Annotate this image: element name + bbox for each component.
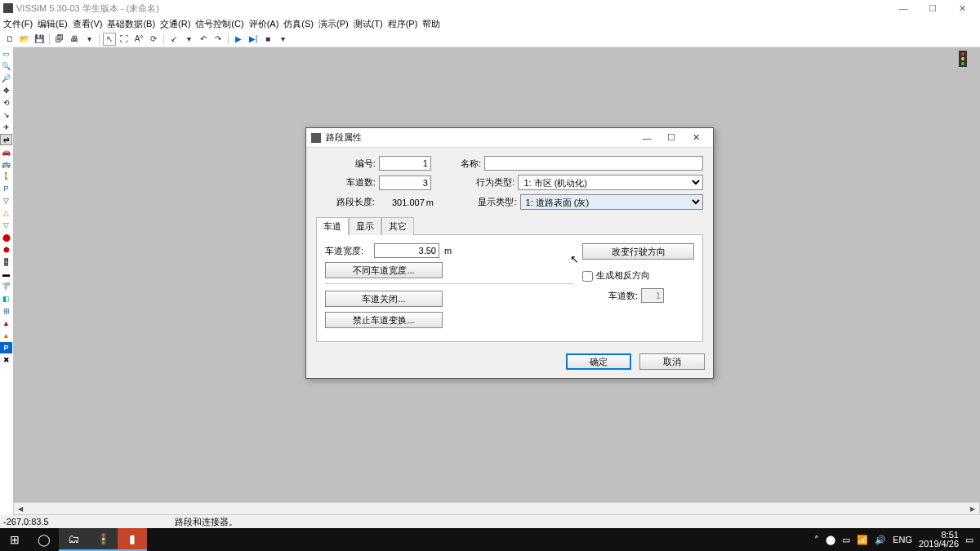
explorer-button[interactable]: 🗂: [59, 528, 88, 551]
dialog-minimize-button[interactable]: —: [635, 133, 659, 143]
tray-up-icon[interactable]: ˄: [814, 535, 819, 545]
btn-forbid-change[interactable]: 禁止车道变换...: [325, 312, 443, 328]
btn-lane-close[interactable]: 车道关闭...: [325, 291, 443, 307]
dialog-title-text: 路段属性: [326, 131, 362, 144]
ltool-zoomin-icon[interactable]: 🔍: [0, 60, 12, 72]
select-display[interactable]: 1: 道路表面 (灰): [520, 194, 703, 210]
stop-icon[interactable]: ■: [261, 33, 274, 46]
ltool-busstop-icon[interactable]: 🚏: [0, 281, 12, 292]
status-hint: 路段和连接器。: [175, 516, 238, 528]
maximize-button[interactable]: ☐: [918, 1, 947, 16]
tray-notif-icon[interactable]: ▭: [965, 535, 973, 545]
check-gen-opposite[interactable]: 生成相反方向: [582, 270, 650, 280]
print-icon[interactable]: 🖶: [68, 33, 81, 46]
tool-dropdown3-icon[interactable]: ▾: [276, 33, 289, 46]
tab-lane[interactable]: 车道: [316, 217, 349, 235]
text-icon[interactable]: A°: [132, 33, 145, 46]
scroll-right-icon[interactable]: ▶: [966, 503, 979, 514]
ok-button[interactable]: 确定: [566, 353, 631, 370]
tray-battery-icon[interactable]: ▭: [842, 535, 850, 545]
select-behavior[interactable]: 1: 市区 (机动化): [518, 175, 703, 190]
tray-clock[interactable]: 8:512019/4/26: [919, 531, 959, 549]
ltool-node-icon[interactable]: ✖: [0, 354, 12, 366]
minimize-button[interactable]: —: [889, 1, 918, 16]
menu-file[interactable]: 文件(F): [3, 18, 33, 30]
zoom-fit-icon[interactable]: ⛶: [118, 33, 131, 46]
play-icon[interactable]: ▶: [232, 33, 245, 46]
start-button[interactable]: ⊞: [0, 528, 29, 551]
input-lanewidth[interactable]: [374, 243, 439, 258]
ltool-measure-icon[interactable]: ↘: [0, 109, 12, 121]
input-lanes[interactable]: [379, 176, 431, 190]
menu-signal[interactable]: 信号控制(C): [195, 18, 243, 30]
tab-other[interactable]: 其它: [381, 217, 414, 235]
ltool-yield1-icon[interactable]: ▽: [0, 195, 12, 207]
undo-icon[interactable]: ↶: [197, 33, 210, 46]
vissim-task-button[interactable]: 🚦: [88, 528, 118, 551]
menu-sim[interactable]: 仿真(S): [283, 18, 314, 30]
tool-dropdown2-icon[interactable]: ▾: [182, 33, 195, 46]
menu-test[interactable]: 测试(T): [354, 18, 383, 30]
btn-diff-lanewidth[interactable]: 不同车道宽度...: [325, 262, 443, 278]
ltool-zoomout-icon[interactable]: 🔎: [0, 73, 12, 84]
menu-prog[interactable]: 程序(P): [388, 18, 418, 30]
input-name[interactable]: [484, 156, 703, 171]
new-icon[interactable]: 🗋: [3, 33, 16, 46]
open-icon[interactable]: 📂: [18, 33, 31, 46]
redo-icon[interactable]: ↷: [212, 33, 225, 46]
ltool-parking-icon[interactable]: P: [0, 183, 12, 194]
tool-dropdown-icon[interactable]: ▾: [82, 33, 96, 46]
menu-demo[interactable]: 演示(P): [318, 18, 349, 30]
scroll-left-icon[interactable]: ◀: [14, 503, 27, 514]
menu-eval[interactable]: 评价(A): [249, 18, 279, 30]
copy-icon[interactable]: 🗐: [53, 33, 66, 46]
tray-ime[interactable]: ENG: [893, 535, 912, 544]
dialog-maximize-button[interactable]: ☐: [659, 132, 684, 143]
status-coord: -267.0:83.5: [3, 517, 175, 527]
tray-wifi-icon[interactable]: 📶: [857, 535, 868, 545]
menu-edit[interactable]: 编辑(E): [38, 18, 68, 30]
label-lanecount2: 车道数:: [582, 290, 641, 302]
tray-wechat-icon[interactable]: ⬤: [826, 535, 835, 545]
input-id[interactable]: [379, 156, 431, 171]
menu-view[interactable]: 查看(V): [73, 18, 103, 30]
menu-help[interactable]: 帮助: [422, 18, 440, 30]
ltool-yield2-icon[interactable]: △: [0, 207, 12, 219]
ltool-pan-icon[interactable]: ✥: [0, 85, 12, 96]
select-icon[interactable]: ↖: [103, 33, 116, 46]
ltool-detector2-icon[interactable]: ◧: [0, 293, 12, 304]
ltool-bus-icon[interactable]: 🚌: [0, 158, 12, 170]
save-icon[interactable]: 💾: [33, 33, 46, 46]
ltool-rotate-icon[interactable]: ⟲: [0, 97, 12, 109]
measure-icon[interactable]: ↙: [167, 33, 180, 46]
system-tray[interactable]: ˄ ⬤ ▭ 📶 🔊 ENG 8:512019/4/26 ▭: [814, 531, 980, 549]
cancel-button[interactable]: 取消: [639, 353, 705, 370]
ltool-section-icon[interactable]: ⊞: [0, 305, 12, 317]
ltool-stop-icon[interactable]: ⬢: [0, 244, 12, 256]
step-icon[interactable]: ▶|: [247, 33, 260, 46]
refresh-icon[interactable]: ⟳: [147, 33, 160, 46]
ltool-fly-icon[interactable]: ✈: [0, 122, 12, 133]
ltool-speed-icon[interactable]: ⬤: [0, 232, 12, 243]
ltool-warn-icon[interactable]: ▲: [0, 318, 12, 329]
menu-traffic[interactable]: 交通(R): [160, 18, 190, 30]
app-task-button[interactable]: ▮: [118, 528, 147, 551]
dialog-titlebar[interactable]: 路段属性 — ☐ ✕: [306, 128, 713, 148]
ltool-warn2-icon[interactable]: ▲: [0, 330, 12, 341]
ltool-ped-icon[interactable]: 🚶: [0, 171, 12, 182]
ltool-signal-icon[interactable]: 🚦: [0, 256, 12, 268]
ltool-p-icon[interactable]: P: [0, 342, 12, 353]
close-button[interactable]: ✕: [947, 1, 977, 16]
btn-change-direction[interactable]: 改变行驶方向: [582, 243, 694, 260]
ltool-car-icon[interactable]: 🚗: [0, 146, 12, 158]
scrollbar-horizontal[interactable]: ◀ ▶: [13, 502, 980, 515]
cortana-button[interactable]: ◯: [29, 528, 59, 551]
ltool-detector-icon[interactable]: ▬: [0, 269, 12, 280]
tab-display[interactable]: 显示: [349, 217, 381, 235]
dialog-close-button[interactable]: ✕: [684, 132, 708, 143]
tray-volume-icon[interactable]: 🔊: [875, 535, 886, 545]
ltool-link-icon[interactable]: ⇄: [0, 134, 12, 145]
ltool-yield3-icon[interactable]: ▽: [0, 220, 12, 231]
ltool-window-icon[interactable]: ▭: [0, 48, 12, 60]
menu-basedata[interactable]: 基础数据(B): [107, 18, 155, 30]
